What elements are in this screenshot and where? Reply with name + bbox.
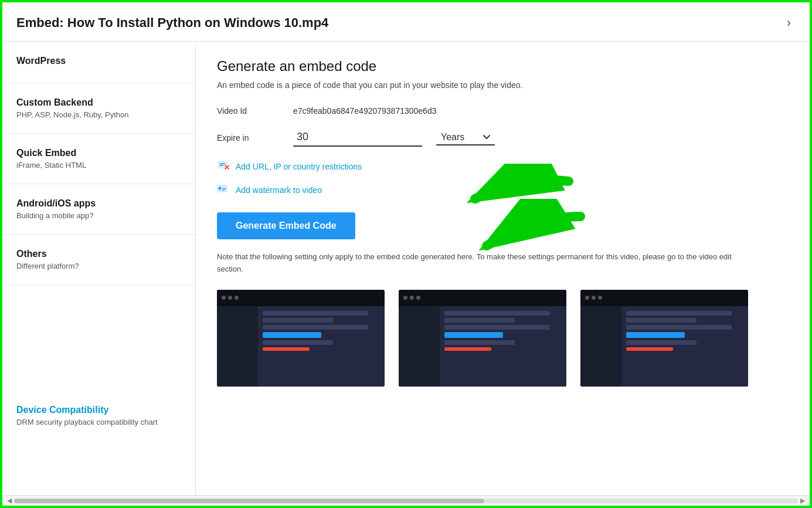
sidebar-item-quick-embed-title: Quick Embed xyxy=(16,148,181,158)
page-title: Embed: How To Install Python on Windows … xyxy=(16,15,328,31)
thumb-dot-1a xyxy=(222,296,226,300)
thumb-bar-2 xyxy=(399,290,566,306)
sidebar-item-android-ios-title: Android/iOS apps xyxy=(16,198,181,209)
add-restrictions-link[interactable]: Add URL, IP or country restrictions xyxy=(217,160,789,174)
thumb-sidebar-2 xyxy=(399,306,440,387)
svg-rect-6 xyxy=(219,187,221,189)
scrollbar-row: ◀ ▶ xyxy=(2,495,810,506)
thumb-main-1 xyxy=(258,306,385,387)
sidebar-item-custom-backend-sub: PHP, ASP, Node.js, Ruby, Python xyxy=(16,110,181,119)
thumb-row-1e xyxy=(263,340,333,345)
svg-rect-7 xyxy=(222,188,226,189)
thumb-sidebar-1 xyxy=(217,306,258,387)
sidebar-item-others-sub: Different platform? xyxy=(16,262,181,270)
title-name: How To Install Python on Windows 10.mp4 xyxy=(67,15,329,30)
thumb-row-1c xyxy=(263,325,368,330)
thumb-dot-1b xyxy=(228,296,232,300)
thumb-row-1d xyxy=(263,332,321,338)
body: WordPress Custom Backend PHP, ASP, Node.… xyxy=(2,42,810,506)
sidebar-item-custom-backend-title: Custom Backend xyxy=(16,97,181,108)
thumb-bar-1 xyxy=(217,290,385,306)
thumb-inner-1 xyxy=(217,290,385,387)
page-wrapper: Embed: How To Install Python on Windows … xyxy=(2,2,810,506)
add-restrictions-label: Add URL, IP or country restrictions xyxy=(236,162,362,171)
thumb-dot-3b xyxy=(592,296,596,300)
thumb-row-3b xyxy=(626,318,697,323)
main-content: Generate an embed code An embed code is … xyxy=(196,42,810,506)
thumb-row-3a xyxy=(626,311,732,316)
video-id-label: Video Id xyxy=(217,106,293,116)
svg-rect-8 xyxy=(222,190,225,191)
thumbnails-row xyxy=(217,290,789,387)
section-title: Generate an embed code xyxy=(217,58,789,74)
scroll-track[interactable] xyxy=(14,499,798,503)
sidebar-item-android-ios-sub: Building a mobile app? xyxy=(16,211,181,220)
title-prefix: Embed: xyxy=(16,15,64,30)
video-id-row: Video Id e7c9feab0a6847e4920793871300e6d… xyxy=(217,106,789,116)
sidebar-item-custom-backend[interactable]: Custom Backend PHP, ASP, Node.js, Ruby, … xyxy=(2,83,195,134)
close-button[interactable]: › xyxy=(782,13,796,33)
sidebar: WordPress Custom Backend PHP, ASP, Node.… xyxy=(2,42,196,506)
sidebar-item-others[interactable]: Others Different platform? xyxy=(2,235,195,285)
sidebar-item-others-title: Others xyxy=(16,249,181,259)
thumb-row-2e xyxy=(444,340,515,345)
expire-input[interactable] xyxy=(293,128,422,147)
expire-select[interactable]: Minutes Hours Days Months Years xyxy=(436,130,495,145)
svg-rect-0 xyxy=(218,161,227,168)
restrictions-icon xyxy=(217,160,231,174)
sidebar-item-quick-embed[interactable]: Quick Embed iFrame, Static HTML xyxy=(2,134,195,184)
thumb-row-3f xyxy=(626,347,673,351)
sidebar-spacer xyxy=(2,285,195,391)
sidebar-item-wordpress[interactable]: WordPress xyxy=(2,42,195,83)
thumb-main-2 xyxy=(440,306,566,387)
generate-embed-button[interactable]: Generate Embed Code xyxy=(217,212,355,239)
sidebar-item-wordpress-title: WordPress xyxy=(16,56,181,66)
thumb-dot-3a xyxy=(585,296,589,300)
thumb-dot-1c xyxy=(235,296,239,300)
thumb-row-3e xyxy=(626,340,697,345)
sidebar-item-device-compat-sub: DRM security playback compatibility char… xyxy=(16,418,181,426)
add-restrictions-row: Add URL, IP or country restrictions xyxy=(217,160,789,174)
thumb-dot-2b xyxy=(410,296,414,300)
thumbnail-2 xyxy=(399,290,566,387)
thumb-row-1b xyxy=(263,318,333,323)
thumb-inner-2 xyxy=(399,290,566,387)
thumb-row-1f xyxy=(263,347,310,351)
thumb-row-3d xyxy=(626,332,685,338)
header: Embed: How To Install Python on Windows … xyxy=(2,2,810,42)
thumbnail-3 xyxy=(580,290,748,387)
thumb-row-3c xyxy=(626,325,732,330)
scroll-right-arrow[interactable]: ▶ xyxy=(798,497,807,504)
thumbnail-1 xyxy=(217,290,385,387)
video-id-value: e7c9feab0a6847e4920793871300e6d3 xyxy=(293,106,789,116)
add-watermark-link[interactable]: Add watermark to video xyxy=(217,183,789,197)
sidebar-item-android-ios[interactable]: Android/iOS apps Building a mobile app? xyxy=(2,184,195,235)
thumb-dot-2a xyxy=(403,296,407,300)
thumb-dot-2c xyxy=(416,296,420,300)
expire-row: Expire in Minutes Hours Days Months Year… xyxy=(217,128,789,147)
thumb-content-2 xyxy=(399,306,566,387)
thumb-content-1 xyxy=(217,306,385,387)
thumb-row-2c xyxy=(444,325,550,330)
scroll-left-arrow[interactable]: ◀ xyxy=(5,497,14,504)
sidebar-item-device-compat-title: Device Compatibility xyxy=(16,405,181,415)
thumb-inner-3 xyxy=(580,290,748,387)
thumb-row-2b xyxy=(444,318,515,323)
thumb-row-2a xyxy=(444,311,550,316)
add-watermark-row: Add watermark to video xyxy=(217,183,789,197)
note-text: Note that the following setting only app… xyxy=(217,251,745,276)
thumb-row-1a xyxy=(263,311,368,316)
thumb-row-2f xyxy=(444,347,491,351)
thumb-content-3 xyxy=(580,306,748,387)
sidebar-item-quick-embed-sub: iFrame, Static HTML xyxy=(16,161,181,170)
thumb-sidebar-3 xyxy=(580,306,621,387)
thumb-main-3 xyxy=(621,306,748,387)
add-watermark-label: Add watermark to video xyxy=(236,185,322,195)
sidebar-item-device-compat[interactable]: Device Compatibility DRM security playba… xyxy=(2,391,195,441)
scroll-thumb xyxy=(14,499,484,503)
expire-label: Expire in xyxy=(217,133,293,143)
watermark-icon xyxy=(217,183,231,197)
thumb-row-2d xyxy=(444,332,503,338)
section-desc: An embed code is a piece of code that yo… xyxy=(217,80,789,90)
thumb-bar-3 xyxy=(580,290,748,306)
